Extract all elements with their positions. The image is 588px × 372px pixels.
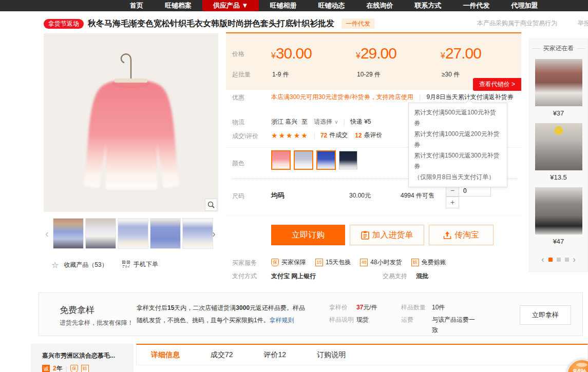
destination-select[interactable]: 请选择 (314, 118, 332, 126)
rating-row: ★★★★★ | 72 件成交 12 条评价 (271, 131, 383, 140)
thumbnail-3[interactable] (118, 218, 148, 249)
seller-credit-icon: 赊 (81, 365, 89, 372)
thumbnail-1[interactable] (53, 218, 84, 249)
sidebar-pagination: ‹ › (529, 255, 587, 264)
sidebar-page-dot-3[interactable] (565, 258, 569, 262)
zoom-magnifier-icon[interactable] (205, 199, 217, 211)
service-48h-shipping[interactable]: 48 48小时发货 (360, 258, 402, 267)
promo-coupon-text: 本店满300元可用30元进货券/补货券，支持跨店使用 (271, 93, 413, 101)
mobile-order[interactable]: 手机下单 (122, 260, 158, 269)
sidebar-title: 买家还在看 (529, 44, 587, 53)
sample-qty-value: 10件 (432, 303, 445, 312)
order-now-button[interactable]: 立即订购 (271, 225, 345, 245)
sidebar-product-1[interactable]: ¥37 (529, 59, 587, 117)
badge-48-icon: 48 (360, 259, 368, 266)
nav-item-agent[interactable]: 代理加盟 (500, 0, 548, 11)
sample-note-value: 现货 (356, 316, 369, 324)
price-tier-3: ¥27.00 (441, 45, 481, 62)
product-header: 拿货节返场 秋冬马海毛渐变色宽松针织毛衣女韩版时尚拼色套头打底针织衫批发 一件代… (44, 17, 588, 30)
view-consign-price-button[interactable]: 查看代销价 > (473, 78, 521, 91)
favorite-product[interactable]: ☆ 收藏产品（53） (51, 260, 108, 270)
nav-item-contact[interactable]: 联系方式 (404, 0, 452, 11)
color-swatches (271, 150, 357, 170)
price-tier-1: ¥30.00 (271, 45, 312, 62)
product-title: 秋冬马海毛渐变色宽松针织毛衣女韩版时尚拼色套头打底针织衫批发 (88, 18, 334, 29)
thumbnail-prev-arrow[interactable]: ‹ (45, 218, 49, 249)
get-sample-button[interactable]: 立即拿样 (520, 305, 571, 325)
qty-tier-1: 1-9 件 (272, 70, 289, 79)
tooltip-line: （仅限9月8日当天支付订单） (414, 172, 502, 183)
tab-detail-info[interactable]: 详细信息 (151, 350, 180, 360)
sample-ship-value-2: 致 (432, 326, 438, 335)
sidebar-product-3-price: ¥47 (529, 238, 587, 245)
sidebar-product-2-image[interactable] (535, 123, 582, 170)
send-to-taobao-label: 传淘宝 (454, 230, 479, 241)
nav-item-shop-news[interactable]: 旺铺动态 (307, 0, 355, 11)
sidebar-page-dot-1[interactable] (548, 258, 553, 262)
sidebar-product-1-image[interactable] (535, 59, 582, 106)
thumbnail-next-arrow[interactable]: › (212, 218, 216, 249)
sidebar-product-2-price: ¥13.5 (529, 173, 587, 181)
sample-rules-link[interactable]: 拿样规则 (270, 317, 294, 324)
nav-item-home[interactable]: 首页 (119, 0, 154, 11)
service-15day-exchange[interactable]: 15 15天包换 (315, 258, 351, 267)
logistics-label: 物流 (232, 118, 244, 127)
dropship-badge: 一件代发 (342, 18, 374, 29)
sidebar-next-arrow[interactable]: › (573, 255, 576, 264)
nav-item-shop-album[interactable]: 旺铺相册 (259, 0, 307, 11)
seller-years: 2年 (53, 364, 63, 372)
swatch-blue-gradient[interactable] (316, 150, 336, 170)
qty-plus-button[interactable]: + (446, 197, 459, 208)
tab-deals[interactable]: 成交72 (211, 350, 233, 360)
sidebar-product-3-image[interactable] (535, 187, 582, 234)
chevron-down-icon[interactable]: ∨ (334, 119, 338, 125)
tab-reviews[interactable]: 评价12 (264, 350, 287, 360)
swatch-pink-gradient[interactable] (271, 150, 291, 170)
tab-order-notes[interactable]: 订购说明 (317, 350, 346, 360)
nav-item-shop-profile[interactable]: 旺铺档案 (154, 0, 202, 11)
reviews-count[interactable]: 12 (355, 132, 362, 139)
product-detail-page: 首页 旺铺档案 供应产品 ▼ 旺铺相册 旺铺动态 在线询价 联系方式 一件代发 … (0, 0, 588, 372)
add-to-purchase-list-button[interactable]: 加入进货单 (350, 225, 424, 245)
main-product-image[interactable] (44, 33, 218, 212)
payment-label: 支付方式 (232, 272, 257, 281)
report-link[interactable]: 举报 (578, 19, 588, 28)
seller-card: 嘉兴市秀洲区洪合恋慕毛... 诚 2年 | 保 赊 (31, 344, 134, 372)
nav-item-products[interactable]: 供应产品 ▼ (202, 0, 259, 11)
also-viewed-sidebar: 买家还在看 ¥37 ¥13.5 ¥47 ‹ › (529, 38, 588, 272)
seller-badges: 诚 2年 | 保 赊 (42, 364, 134, 372)
send-to-taobao-button[interactable]: 传淘宝 (429, 225, 494, 245)
sidebar-product-2[interactable]: ¥13.5 (529, 123, 587, 181)
sidebar-product-3[interactable]: ¥47 (529, 187, 587, 245)
tooltip-line: 累计支付满500元返100元补货券 (414, 107, 502, 129)
size-label: 尺码 (232, 192, 244, 201)
thumbnail-4[interactable] (150, 218, 181, 249)
batch-label: 起批量 (232, 70, 251, 79)
action-buttons: 立即订购 加入进货单 传淘宝 (271, 225, 494, 245)
sidebar-prev-arrow[interactable]: ‹ (541, 255, 544, 264)
nav-item-dropship[interactable]: 一件代发 (452, 0, 500, 11)
clipboard-icon (361, 231, 369, 240)
sample-qty-label: 样品数量 (401, 303, 426, 312)
thumbnail-2[interactable] (85, 218, 116, 249)
thumbnail-5[interactable] (182, 218, 213, 249)
free-sample-description: 拿样支付后15天内，二次店铺进货满3000元返还样品费。样品随机发货，不挑色、挑… (137, 302, 306, 326)
express-fee: 快递 ¥5 (350, 118, 371, 126)
sidebar-page-dot-2[interactable] (557, 258, 561, 262)
swatch-navy-gradient[interactable] (339, 151, 357, 169)
service-guarantee[interactable]: 保 买家保障 (271, 258, 306, 267)
buyer-services: 保 买家保障 15 15天包换 48 48小时发货 赊 免费赊账 (271, 258, 446, 267)
service-free-credit[interactable]: 赊 免费赊账 (411, 258, 446, 267)
swatch-grey-gradient[interactable] (294, 150, 313, 170)
deals-count[interactable]: 72 (320, 132, 327, 139)
detail-tabbar: 详细信息 成交72 评价12 订购说明 (136, 344, 588, 365)
divider (226, 216, 521, 216)
sample-price-value: 37元/件 (356, 303, 377, 312)
thumbnail-strip (53, 218, 213, 249)
trade-support-label: 交易支持 (383, 272, 407, 281)
calendar-15-icon: 15 (315, 259, 323, 266)
seller-guarantee-icon: 保 (70, 365, 78, 372)
nav-item-inquiry[interactable]: 在线询价 (355, 0, 404, 11)
seller-name[interactable]: 嘉兴市秀洲区洪合恋慕毛... (42, 351, 134, 360)
logistics-row: 浙江 嘉兴 至 请选择 ∨ | 快递 ¥5 (271, 118, 371, 126)
